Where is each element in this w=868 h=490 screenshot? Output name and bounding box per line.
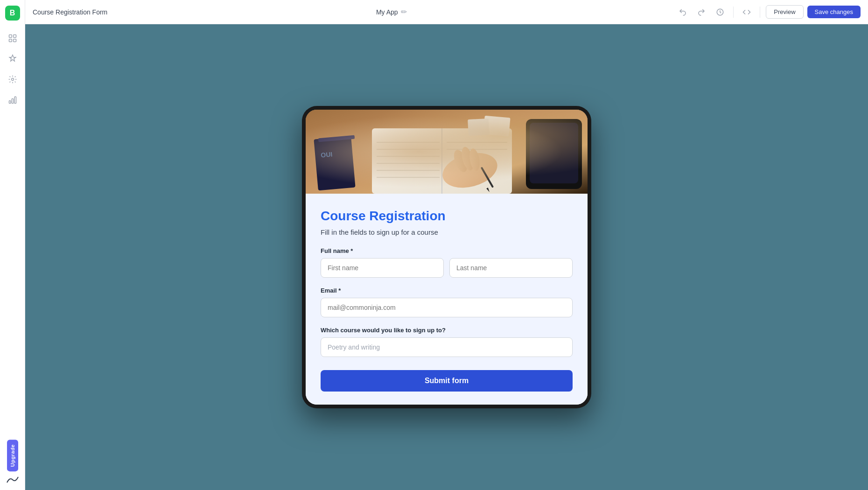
email-group: Email * (321, 287, 573, 317)
svg-point-4 (11, 78, 14, 81)
svg-rect-2 (9, 39, 12, 42)
toolbar-actions: Preview Save changes (675, 5, 861, 20)
app-logo[interactable]: B (5, 6, 20, 21)
full-name-label: Full name * (321, 247, 573, 254)
redo-button[interactable] (694, 5, 709, 20)
course-label: Which course would you like to sign up t… (321, 327, 573, 334)
course-input[interactable] (321, 337, 573, 357)
page-title: Course Registration Form (33, 8, 107, 16)
hero-image: OUI (306, 110, 588, 194)
toolbar-center: My App ✏ (113, 7, 670, 16)
save-changes-button[interactable]: Save changes (807, 6, 861, 18)
submit-button[interactable]: Submit form (321, 370, 573, 392)
preview-button[interactable]: Preview (766, 5, 803, 19)
last-name-input[interactable] (449, 258, 573, 278)
svg-rect-7 (14, 97, 16, 103)
sidebar-item-analytics[interactable] (4, 91, 21, 108)
name-input-row (321, 258, 573, 278)
svg-rect-3 (13, 39, 16, 42)
history-button[interactable] (713, 5, 728, 20)
course-group: Which course would you like to sign up t… (321, 327, 573, 357)
sidebar: B Upgrade (0, 0, 25, 490)
undo-button[interactable] (675, 5, 690, 20)
full-name-group: Full name * (321, 247, 573, 278)
device-screen: OUI (306, 110, 588, 405)
device-frame: OUI (302, 106, 591, 408)
svg-rect-0 (9, 35, 12, 38)
app-name: My App (376, 8, 398, 16)
svg-rect-5 (9, 101, 10, 104)
sidebar-item-grid[interactable] (4, 30, 21, 47)
canvas-area: OUI (25, 24, 868, 490)
sidebar-item-pin[interactable] (4, 50, 21, 67)
svg-rect-6 (12, 99, 13, 104)
form-title: Course Registration (321, 209, 573, 224)
sidebar-bottom: Upgrade (5, 440, 20, 484)
toolbar-divider (733, 7, 734, 18)
email-label: Email * (321, 287, 573, 294)
form-subtitle: Fill in the fields to sign up for a cour… (321, 228, 573, 236)
bottom-logo (5, 475, 20, 484)
hero-overlay (306, 110, 588, 194)
code-button[interactable] (739, 5, 754, 20)
edit-app-name-icon[interactable]: ✏ (401, 7, 407, 16)
upgrade-button[interactable]: Upgrade (7, 440, 18, 471)
sidebar-item-settings[interactable] (4, 71, 21, 88)
form-area: Course Registration Fill in the fields t… (306, 194, 588, 405)
main-content: Course Registration Form My App ✏ (25, 0, 868, 490)
first-name-input[interactable] (321, 258, 444, 278)
svg-rect-1 (13, 35, 16, 38)
toolbar-divider-2 (760, 7, 760, 18)
email-input[interactable] (321, 298, 573, 317)
toolbar: Course Registration Form My App ✏ (25, 0, 868, 24)
